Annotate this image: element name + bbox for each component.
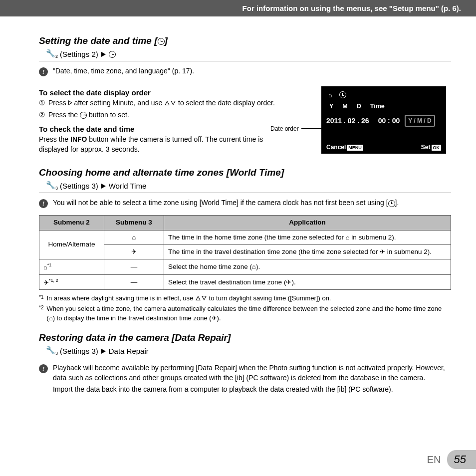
triangle-right-icon bbox=[101, 52, 106, 57]
triangle-right-icon bbox=[101, 184, 106, 189]
wrench-icon: 🔧3 bbox=[46, 346, 58, 356]
plane-icon: ✈ bbox=[380, 248, 385, 255]
dpad-up-icon bbox=[196, 296, 201, 300]
clock-icon bbox=[339, 91, 346, 98]
step-1: ① Press after setting Minute, and use to… bbox=[39, 98, 292, 108]
section-worldtime-title: Choosing home and alternate time zones [… bbox=[39, 167, 451, 178]
dpad-down-icon bbox=[202, 296, 207, 300]
note-icon: ! bbox=[39, 364, 48, 373]
plane-icon: ✈ bbox=[212, 314, 217, 322]
lang-label: EN bbox=[427, 454, 441, 466]
breadcrumb-worldtime: 🔧3 (Settings 3) World Time bbox=[39, 180, 451, 193]
date-order-label: Date order bbox=[270, 125, 299, 132]
dpad-down-icon bbox=[171, 101, 176, 105]
ok-tag: OK bbox=[432, 145, 442, 151]
clock-icon bbox=[158, 38, 165, 45]
dpad-up-icon bbox=[165, 101, 170, 105]
wrench-icon: 🔧3 bbox=[46, 181, 58, 191]
breadcrumb-datarepair: 🔧3 (Settings 3) Data Repair bbox=[39, 345, 451, 358]
menu-tag: MENU bbox=[347, 145, 363, 151]
lcd-date-order-value: Y / M / D bbox=[405, 115, 435, 127]
plane-icon: ✈ bbox=[286, 278, 291, 286]
subhead-date-order: To select the date display order bbox=[39, 88, 292, 97]
section-datetime-title: Setting the date and time [] bbox=[39, 35, 451, 46]
header-text: For information on using the menus, see … bbox=[242, 4, 461, 12]
home-icon: ⌂ bbox=[49, 314, 53, 322]
note-icon: ! bbox=[39, 199, 48, 208]
triangle-right-icon bbox=[101, 349, 106, 354]
note-icon: ! bbox=[39, 67, 48, 76]
section-datarepair-title: Restoring data in the camera [Data Repai… bbox=[39, 332, 451, 343]
table-header-row: Submenu 2 Submenu 3 Application bbox=[39, 216, 451, 230]
footnotes: *1In areas where daylight saving time is… bbox=[39, 294, 451, 323]
home-icon: ⌂ bbox=[328, 91, 332, 99]
breadcrumb-datetime: 🔧2 (Settings 2) bbox=[39, 48, 451, 61]
step-2: ② Press the OK button to set. bbox=[39, 110, 292, 120]
page-body: Setting the date and time [] 🔧2 (Setting… bbox=[0, 16, 476, 395]
home-icon: ⌂ bbox=[43, 263, 47, 271]
page-number: 55 bbox=[447, 450, 476, 469]
home-icon: ⌂ bbox=[252, 263, 256, 270]
table-row: Home/Alternate ⌂ The time in the home ti… bbox=[39, 230, 451, 244]
table-row: ⌂*1 — Select the home time zone (⌂). bbox=[39, 259, 451, 275]
wrench-icon: 🔧2 bbox=[46, 49, 58, 59]
check-datetime-body: Press the INFO button while the camera i… bbox=[39, 135, 292, 154]
lcd-date-value: 2011 . 02 . 26 bbox=[326, 117, 369, 125]
home-icon: ⌂ bbox=[132, 234, 136, 241]
ok-button-icon: OK bbox=[80, 112, 87, 119]
clock-icon bbox=[388, 200, 395, 207]
table-row: ✈*1, 2 — Select the travel destination t… bbox=[39, 274, 451, 290]
note-datarepair: ! Playback will become available by perf… bbox=[39, 363, 451, 395]
lcd-time-value: 00 : 00 bbox=[378, 117, 400, 125]
worldtime-table: Submenu 2 Submenu 3 Application Home/Alt… bbox=[39, 215, 451, 290]
note-worldtime: ! You will not be able to select a time … bbox=[39, 198, 451, 208]
note-datetime: ! "Date, time, time zone, and language" … bbox=[39, 66, 451, 76]
dpad-right-icon bbox=[68, 100, 72, 105]
steps-date-order: ① Press after setting Minute, and use to… bbox=[39, 98, 292, 120]
clock-icon bbox=[109, 51, 116, 58]
subhead-check-datetime: To check the date and time bbox=[39, 125, 292, 133]
lcd-screen: ⌂ YMDTime 2011 . 02 . 26 00 : 00 Y / M /… bbox=[321, 86, 446, 154]
plane-icon: ✈ bbox=[43, 278, 49, 286]
header-bar: For information on using the menus, see … bbox=[0, 0, 476, 16]
home-icon: ⌂ bbox=[346, 234, 350, 241]
plane-icon: ✈ bbox=[131, 248, 137, 255]
page-footer: EN 55 bbox=[427, 450, 476, 469]
